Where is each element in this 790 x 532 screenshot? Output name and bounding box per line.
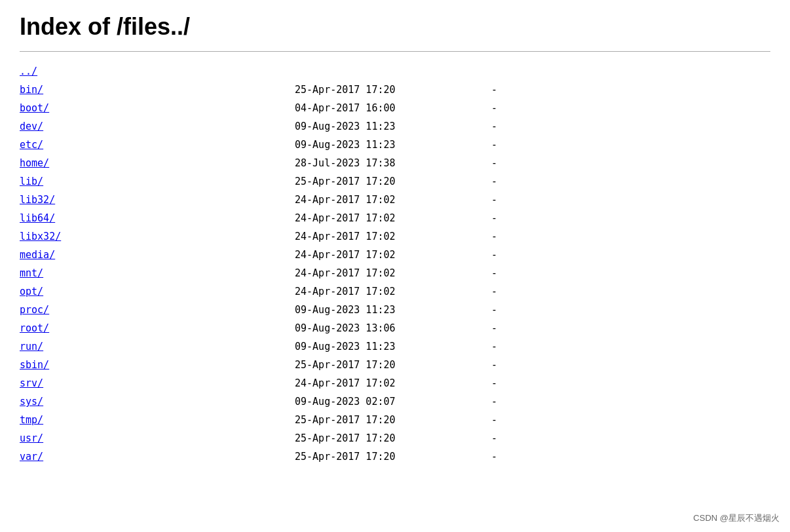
file-size-cell: - [491, 339, 497, 354]
watermark: CSDN @星辰不遇烟火 [693, 512, 780, 524]
file-link[interactable]: etc/ [20, 139, 43, 151]
file-link[interactable]: bin/ [20, 84, 43, 96]
file-size-cell: - [491, 430, 497, 446]
file-row: ../ [20, 62, 770, 81]
file-row: bin/25-Apr-2017 17:20- [20, 81, 770, 99]
file-link[interactable]: sbin/ [20, 359, 49, 371]
file-link[interactable]: sys/ [20, 396, 43, 408]
file-link[interactable]: dev/ [20, 121, 43, 132]
file-row: sys/09-Aug-2023 02:07- [20, 392, 770, 411]
file-link[interactable]: home/ [20, 157, 49, 169]
file-link[interactable]: run/ [20, 341, 43, 352]
file-name-cell: lib32/ [20, 192, 295, 208]
file-name-cell: root/ [20, 320, 295, 336]
file-link[interactable]: mnt/ [20, 267, 43, 279]
file-link[interactable]: lib64/ [20, 212, 55, 224]
file-name-cell: mnt/ [20, 265, 295, 281]
file-name-cell: opt/ [20, 284, 295, 299]
file-name-cell: run/ [20, 339, 295, 354]
file-size-cell: - [491, 229, 497, 244]
file-row: lib32/24-Apr-2017 17:02- [20, 191, 770, 209]
file-link[interactable]: libx32/ [20, 231, 61, 242]
file-date-cell: 04-Apr-2017 16:00 [295, 100, 491, 116]
file-name-cell: dev/ [20, 119, 295, 134]
file-link[interactable]: boot/ [20, 102, 49, 114]
file-row: var/25-Apr-2017 17:20- [20, 447, 770, 466]
file-row: etc/09-Aug-2023 11:23- [20, 136, 770, 154]
file-size-cell: - [491, 247, 497, 263]
file-size-cell: - [491, 210, 497, 226]
file-link[interactable]: media/ [20, 249, 55, 261]
file-name-cell: sys/ [20, 394, 295, 409]
file-size-cell: - [491, 394, 497, 409]
file-link[interactable]: opt/ [20, 286, 43, 297]
file-link[interactable]: lib32/ [20, 194, 55, 206]
file-link[interactable]: proc/ [20, 304, 49, 316]
file-name-cell: proc/ [20, 302, 295, 318]
file-date-cell: 24-Apr-2017 17:02 [295, 375, 491, 391]
file-row: lib/25-Apr-2017 17:20- [20, 172, 770, 191]
file-date-cell: 24-Apr-2017 17:02 [295, 192, 491, 208]
file-row: srv/24-Apr-2017 17:02- [20, 374, 770, 392]
file-link[interactable]: tmp/ [20, 414, 43, 426]
file-name-cell: home/ [20, 155, 295, 171]
file-name-cell: media/ [20, 247, 295, 263]
file-date-cell: 25-Apr-2017 17:20 [295, 357, 491, 373]
file-date-cell: 25-Apr-2017 17:20 [295, 174, 491, 189]
file-size-cell: - [491, 357, 497, 373]
file-row: run/09-Aug-2023 11:23- [20, 337, 770, 356]
file-date-cell: 24-Apr-2017 17:02 [295, 229, 491, 244]
file-row: libx32/24-Apr-2017 17:02- [20, 227, 770, 246]
file-link[interactable]: ../ [20, 66, 37, 77]
file-date-cell: 28-Jul-2023 17:38 [295, 155, 491, 171]
file-name-cell: usr/ [20, 430, 295, 446]
file-link[interactable]: root/ [20, 322, 49, 334]
file-date-cell: 09-Aug-2023 13:06 [295, 320, 491, 336]
file-size-cell: - [491, 320, 497, 336]
file-name-cell: lib/ [20, 174, 295, 189]
file-name-cell: ../ [20, 64, 295, 79]
file-size-cell: - [491, 119, 497, 134]
file-row: media/24-Apr-2017 17:02- [20, 246, 770, 264]
file-date-cell: 25-Apr-2017 17:20 [295, 82, 491, 98]
file-date-cell: 25-Apr-2017 17:20 [295, 449, 491, 465]
file-size-cell: - [491, 449, 497, 465]
file-date-cell: 09-Aug-2023 11:23 [295, 339, 491, 354]
file-size-cell: - [491, 137, 497, 153]
file-date-cell: 25-Apr-2017 17:20 [295, 412, 491, 428]
file-date-cell: 09-Aug-2023 02:07 [295, 394, 491, 409]
file-link[interactable]: lib/ [20, 176, 43, 187]
file-name-cell: etc/ [20, 137, 295, 153]
file-row: root/09-Aug-2023 13:06- [20, 319, 770, 337]
file-row: mnt/24-Apr-2017 17:02- [20, 264, 770, 282]
file-size-cell: - [491, 375, 497, 391]
divider [20, 51, 770, 52]
file-link[interactable]: var/ [20, 451, 43, 463]
file-row: sbin/25-Apr-2017 17:20- [20, 356, 770, 374]
file-name-cell: boot/ [20, 100, 295, 116]
file-size-cell: - [491, 100, 497, 116]
file-row: home/28-Jul-2023 17:38- [20, 154, 770, 172]
file-name-cell: var/ [20, 449, 295, 465]
file-name-cell: sbin/ [20, 357, 295, 373]
file-size-cell: - [491, 192, 497, 208]
file-size-cell: - [491, 284, 497, 299]
file-date-cell: 25-Apr-2017 17:20 [295, 430, 491, 446]
file-name-cell: lib64/ [20, 210, 295, 226]
file-row: dev/09-Aug-2023 11:23- [20, 117, 770, 136]
file-size-cell: - [491, 174, 497, 189]
file-date-cell: 24-Apr-2017 17:02 [295, 210, 491, 226]
file-date-cell: 09-Aug-2023 11:23 [295, 302, 491, 318]
file-row: boot/04-Apr-2017 16:00- [20, 99, 770, 117]
file-name-cell: srv/ [20, 375, 295, 391]
file-row: lib64/24-Apr-2017 17:02- [20, 209, 770, 227]
file-size-cell: - [491, 155, 497, 171]
file-link[interactable]: srv/ [20, 377, 43, 389]
file-link[interactable]: usr/ [20, 432, 43, 444]
file-size-cell: - [491, 82, 497, 98]
file-row: opt/24-Apr-2017 17:02- [20, 282, 770, 301]
file-date-cell: 09-Aug-2023 11:23 [295, 137, 491, 153]
file-size-cell: - [491, 302, 497, 318]
file-date-cell: 24-Apr-2017 17:02 [295, 247, 491, 263]
file-row: tmp/25-Apr-2017 17:20- [20, 411, 770, 429]
